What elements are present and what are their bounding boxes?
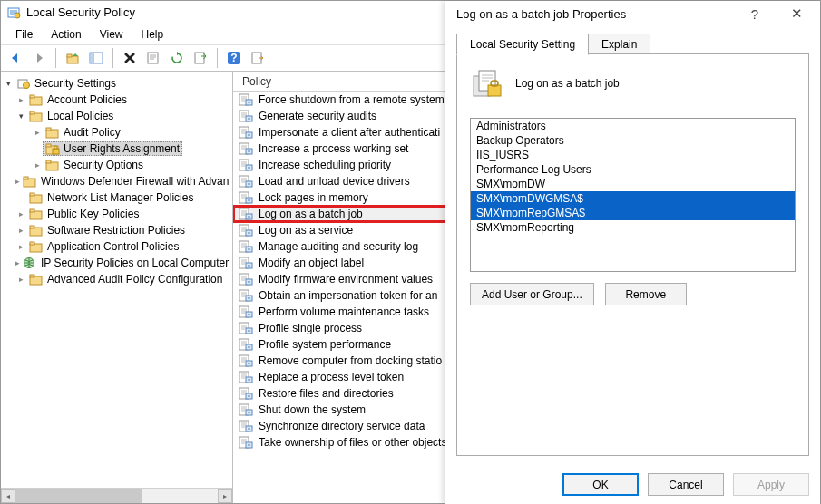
- svg-point-92: [248, 379, 249, 381]
- remove-button[interactable]: Remove: [605, 283, 687, 305]
- tree-item[interactable]: Public Key Policies: [1, 206, 232, 222]
- expand-icon[interactable]: [3, 79, 14, 88]
- ok-button[interactable]: OK: [562, 473, 639, 496]
- expand-icon[interactable]: [15, 209, 26, 218]
- close-icon[interactable]: ✕: [784, 5, 809, 22]
- delete-button[interactable]: [119, 47, 141, 69]
- svg-point-41: [248, 102, 249, 103]
- tree-item[interactable]: IP Security Policies on Local Computer: [1, 255, 232, 271]
- tree-item[interactable]: Network List Manager Policies: [1, 189, 232, 206]
- tree-item-label: Public Key Policies: [47, 208, 139, 220]
- forward-button[interactable]: [28, 47, 50, 69]
- help-button[interactable]: ?: [223, 47, 245, 69]
- policy-icon: [239, 240, 253, 253]
- scroll-track[interactable]: [15, 489, 218, 503]
- expand-icon[interactable]: [15, 95, 26, 104]
- svg-point-13: [24, 82, 30, 89]
- tree-item[interactable]: Windows Defender Firewall with Advan: [1, 173, 232, 189]
- user-group-item[interactable]: IIS_IUSRS: [471, 148, 795, 162]
- properties-button[interactable]: [142, 47, 164, 69]
- apply-button[interactable]: Apply: [733, 473, 809, 496]
- app-title: Local Security Policy: [26, 5, 135, 19]
- security-settings-tree[interactable]: Security Settings Account PoliciesLocal …: [1, 72, 232, 488]
- policy-icon: [239, 159, 253, 171]
- menu-file[interactable]: File: [6, 26, 42, 43]
- svg-rect-33: [30, 226, 34, 228]
- svg-rect-3: [67, 54, 72, 57]
- policy-label: Generate security audits: [259, 110, 376, 122]
- tree-item[interactable]: Software Restriction Policies: [1, 222, 232, 238]
- tab-explain[interactable]: Explain: [588, 34, 650, 54]
- policy-icon: [239, 224, 253, 237]
- show-hide-tree-button[interactable]: [85, 47, 107, 69]
- folder-icon: [45, 159, 60, 171]
- user-group-item[interactable]: Performance Log Users: [471, 162, 795, 177]
- tab-local-security-setting[interactable]: Local Security Setting: [456, 34, 589, 55]
- svg-rect-17: [30, 111, 34, 114]
- add-user-group-button[interactable]: Add User or Group...: [470, 283, 594, 305]
- policy-icon: [239, 110, 253, 122]
- tree-item-label: Security Options: [64, 159, 143, 171]
- dialog-tabs: Local Security Setting Explain: [456, 34, 809, 54]
- user-group-item[interactable]: SMX\momReporting: [471, 220, 795, 235]
- scroll-thumb[interactable]: [15, 489, 142, 503]
- policy-label: Lock pages in memory: [259, 191, 368, 204]
- svg-point-65: [248, 232, 249, 234]
- expand-icon[interactable]: [15, 226, 26, 235]
- svg-point-56: [248, 183, 249, 185]
- policy-label: Increase a process working set: [259, 142, 408, 155]
- cancel-button[interactable]: Cancel: [648, 473, 724, 496]
- help-icon[interactable]: ?: [742, 6, 767, 22]
- folder-icon: [29, 110, 44, 122]
- user-group-item[interactable]: Backup Operators: [471, 133, 795, 148]
- up-button[interactable]: [62, 47, 83, 69]
- user-group-item[interactable]: SMX\momDW: [471, 177, 795, 191]
- dialog-titlebar[interactable]: Log on as a batch job Properties ? ✕: [445, 1, 820, 26]
- svg-rect-31: [30, 209, 34, 212]
- scroll-right-button[interactable]: ▸: [218, 489, 232, 503]
- tree-item[interactable]: Account Policies: [1, 92, 232, 108]
- tree-horizontal-scrollbar[interactable]: ◂ ▸: [1, 488, 232, 503]
- back-button[interactable]: [5, 47, 26, 69]
- column-policy[interactable]: Policy: [242, 75, 271, 88]
- policy-label: Synchronize directory service data: [259, 420, 425, 432]
- svg-rect-15: [30, 95, 34, 98]
- tree-item[interactable]: Advanced Audit Policy Configuration: [1, 271, 232, 287]
- policy-label: Restore files and directories: [259, 387, 394, 400]
- folder-icon: [29, 208, 44, 220]
- scroll-left-button[interactable]: ◂: [1, 489, 15, 503]
- expand-icon[interactable]: [32, 160, 43, 170]
- tree-item-label: Audit Policy: [64, 126, 121, 139]
- expand-icon[interactable]: [15, 275, 26, 284]
- action-button[interactable]: [247, 47, 269, 69]
- user-group-item[interactable]: Administrators: [471, 119, 795, 133]
- tree-item[interactable]: Application Control Policies: [1, 238, 232, 255]
- policy-label: Take ownership of files or other objects: [259, 436, 446, 449]
- tree-item-label: Local Policies: [47, 110, 113, 122]
- menu-action[interactable]: Action: [42, 26, 90, 43]
- user-group-listbox[interactable]: AdministratorsBackup OperatorsIIS_IUSRSP…: [470, 118, 796, 272]
- policy-label: Manage auditing and security log: [259, 240, 418, 253]
- collapse-icon[interactable]: [15, 111, 26, 121]
- expand-icon[interactable]: [32, 128, 43, 137]
- policy-label: Force shutdown from a remote system: [259, 93, 445, 106]
- export-button[interactable]: [190, 47, 211, 69]
- policy-icon: [239, 371, 253, 383]
- folder-icon: [45, 142, 60, 155]
- policy-icon: [470, 67, 503, 100]
- menu-view[interactable]: View: [91, 26, 132, 43]
- tree-item[interactable]: Local Policies: [1, 108, 232, 124]
- tree-item[interactable]: Security Options: [1, 157, 232, 173]
- user-group-item[interactable]: SMX\momDWGMSA$: [471, 191, 795, 206]
- svg-rect-38: [30, 275, 34, 277]
- tree-item-label: Application Control Policies: [47, 240, 179, 253]
- refresh-button[interactable]: [166, 47, 188, 69]
- tree-item[interactable]: Audit Policy: [1, 124, 232, 141]
- policy-label: Profile system performance: [259, 338, 391, 351]
- tree-item[interactable]: User Rights Assignment: [1, 141, 232, 157]
- folder-icon: [29, 191, 44, 204]
- tree-root[interactable]: Security Settings: [1, 75, 232, 92]
- menu-help[interactable]: Help: [132, 26, 173, 43]
- user-group-item[interactable]: SMX\momRepGMSA$: [471, 206, 795, 220]
- expand-icon[interactable]: [15, 242, 26, 251]
